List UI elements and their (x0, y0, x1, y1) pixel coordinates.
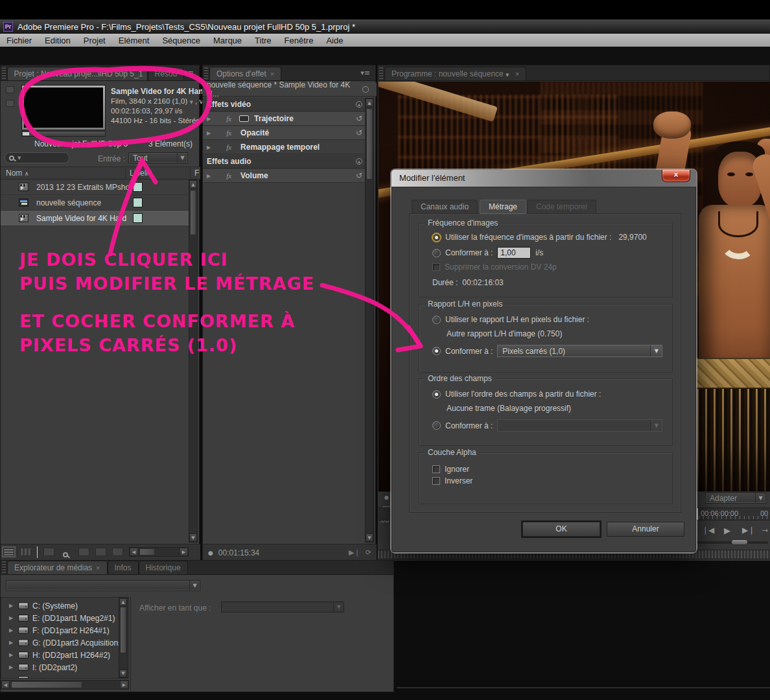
poster-frame-icon[interactable] (6, 86, 14, 93)
pane-divider[interactable] (130, 597, 131, 690)
entry-dropdown[interactable]: Tout ▼ (128, 152, 188, 163)
checkbox-invert-alpha[interactable]: Inverser (432, 476, 472, 485)
label-color-chip[interactable] (133, 198, 143, 207)
radio-conform-par[interactable]: Conformer à : Pixels carrés (1,0) ▼ (432, 345, 662, 357)
radio-selected-icon[interactable] (432, 390, 441, 399)
drive-row-partial[interactable] (1, 674, 118, 679)
tab-project[interactable]: Projet : Nouveau proje...llHD 50p 5_1× (7, 67, 148, 80)
column-f[interactable]: F (194, 169, 199, 178)
scroll-thumb[interactable] (190, 190, 196, 235)
effect-row-motion[interactable]: ▶ fx Trajectoire ↺ (203, 112, 366, 126)
radio-icon[interactable] (432, 316, 441, 324)
disclosure-triangle-icon[interactable]: ▶ (207, 145, 211, 150)
disclosure-triangle-icon[interactable]: ▶ (207, 116, 211, 122)
extract-icon[interactable]: → (762, 526, 768, 535)
scroll-down-icon[interactable]: ▼ (189, 533, 197, 542)
effect-row-volume[interactable]: ▶ fx Volume ↺ (203, 169, 366, 183)
menu-titre[interactable]: Titre (248, 34, 278, 47)
menu-fichier[interactable]: Fichier (0, 34, 38, 47)
reset-effect-icon[interactable]: ↺ (356, 128, 362, 137)
menu-edition[interactable]: Edition (38, 34, 77, 47)
dialog-titlebar[interactable]: Modifier l'élément (391, 170, 696, 187)
effects-timecode[interactable]: 00:01:15:34 (218, 548, 259, 557)
scroll-up-icon[interactable]: ▲ (366, 99, 373, 107)
column-nom[interactable]: Nom ∧ (6, 169, 29, 178)
trash-icon[interactable] (112, 548, 123, 556)
menu-projet[interactable]: Projet (77, 34, 112, 47)
disclosure-triangle-icon[interactable]: ▶ (9, 627, 13, 633)
scrub-slider-track[interactable] (695, 541, 768, 544)
project-row-1[interactable]: 2013 12 23 Extraits MPsho (1, 180, 190, 195)
disclosure-triangle-icon[interactable]: ▶ (9, 664, 13, 670)
label-color-chip[interactable] (133, 213, 143, 223)
fit-dropdown[interactable]: Adapter ▼ (705, 493, 766, 504)
scroll-left-icon[interactable]: ◀ (130, 548, 138, 556)
find-icon[interactable] (63, 548, 68, 560)
tree-hscrollbar[interactable]: ◀ ▶ (1, 680, 129, 690)
playhead-marker[interactable] (697, 508, 698, 520)
framerate-input[interactable] (497, 247, 531, 259)
radio-use-file-field-order[interactable]: Utiliser l'ordre des champs à partir du … (432, 390, 601, 399)
scroll-left-icon[interactable]: ◀ (1, 681, 10, 689)
disclosure-triangle-icon[interactable]: ▶ (9, 615, 13, 621)
media-path-dropdown[interactable]: ▼ (6, 580, 200, 591)
collapse-section-icon[interactable]: ∧ (356, 158, 362, 165)
chevron-down-icon[interactable]: ▼ (506, 73, 509, 78)
column-libelle[interactable]: Libellé (130, 169, 152, 178)
disclosure-triangle-icon[interactable]: ▶ (207, 173, 211, 179)
scroll-thumb[interactable] (11, 681, 82, 688)
play-preview-icon[interactable] (6, 100, 14, 107)
project-hscrollbar[interactable]: ◀ ▶ (129, 547, 189, 557)
step-forward-icon[interactable]: ▶❘ (742, 526, 754, 535)
step-back-icon[interactable]: ❘◀ (702, 526, 714, 535)
disclosure-triangle-icon[interactable]: ▶ (9, 603, 13, 609)
scroll-right-icon[interactable]: ▶ (120, 681, 128, 689)
tree-vscrollbar[interactable]: ▲ ▼ (119, 598, 128, 678)
checkbox-icon[interactable] (432, 477, 440, 485)
drive-row-h[interactable]: ▶ H: (DD2part1 H264#2) (1, 649, 118, 662)
tab-infos[interactable]: Infos (108, 561, 139, 574)
menu-element[interactable]: Elément (112, 34, 156, 47)
list-view-icon[interactable] (3, 548, 14, 556)
scrub-slider-thumb[interactable] (731, 539, 748, 545)
tab-historique[interactable]: Historique (139, 561, 188, 574)
menu-fenetre[interactable]: Fenêtre (278, 34, 320, 47)
tab-effect-controls[interactable]: Options d'effet× (209, 67, 281, 80)
tab-program[interactable]: Programme : nouvelle séquence ▼ × (384, 67, 526, 80)
tab-close-icon[interactable]: × (270, 70, 274, 78)
close-icon[interactable]: × (662, 170, 690, 182)
automate-sequence-icon[interactable] (43, 548, 54, 556)
panel-grip[interactable] (2, 561, 6, 573)
radio-use-file-par[interactable]: Utiliser le rapport L/H en pixels du fic… (432, 315, 589, 324)
display-as-dropdown[interactable]: ▼ (221, 601, 344, 612)
menu-aide[interactable]: Aide (320, 34, 349, 47)
thumbnail-scrub-bar[interactable] (21, 131, 106, 137)
radio-selected-icon[interactable] (432, 233, 441, 242)
radio-conform-field-order[interactable]: Conformer à : ▼ (432, 419, 662, 432)
show-timeline-icon[interactable] (362, 86, 369, 93)
radio-conform-framerate[interactable]: Conformer à : i/s (432, 247, 543, 259)
drive-row-c[interactable]: ▶ C: (Système) (1, 600, 118, 612)
new-bin-icon[interactable] (78, 548, 89, 556)
project-vscrollbar[interactable]: ▲ ▼ (189, 180, 198, 542)
panel-menu-icon[interactable]: ▾≡ (184, 69, 194, 77)
play-around-icon[interactable]: ▶❘ (349, 548, 360, 557)
scroll-thumb[interactable] (366, 108, 373, 180)
scroll-down-icon[interactable]: ▼ (119, 670, 127, 677)
disclosure-triangle-icon[interactable]: ▶ (9, 652, 13, 658)
scroll-up-icon[interactable]: ▲ (189, 180, 197, 189)
window-titlebar[interactable]: Pr Adobe Premiere Pro - F:\Films_Projets… (0, 19, 770, 34)
menu-sequence[interactable]: Séquence (156, 34, 207, 47)
icon-view-icon[interactable] (20, 548, 31, 556)
audio-effects-header[interactable]: Effets audio ∧ (203, 155, 366, 169)
radio-icon[interactable] (432, 249, 441, 257)
panel-grip[interactable] (204, 67, 208, 79)
reset-effect-icon[interactable]: ↺ (356, 114, 362, 123)
tab-ressources[interactable]: Résou (148, 67, 185, 80)
scroll-up-icon[interactable]: ▲ (119, 598, 127, 606)
drive-row-i[interactable]: ▶ I: (DD2part2) (1, 662, 118, 674)
panel-grip[interactable] (379, 67, 383, 79)
scroll-right-icon[interactable]: ▶ (180, 548, 188, 556)
collapse-section-icon[interactable]: ∧ (356, 101, 362, 108)
tab-media-browser[interactable]: Explorateur de médias× (7, 561, 108, 574)
